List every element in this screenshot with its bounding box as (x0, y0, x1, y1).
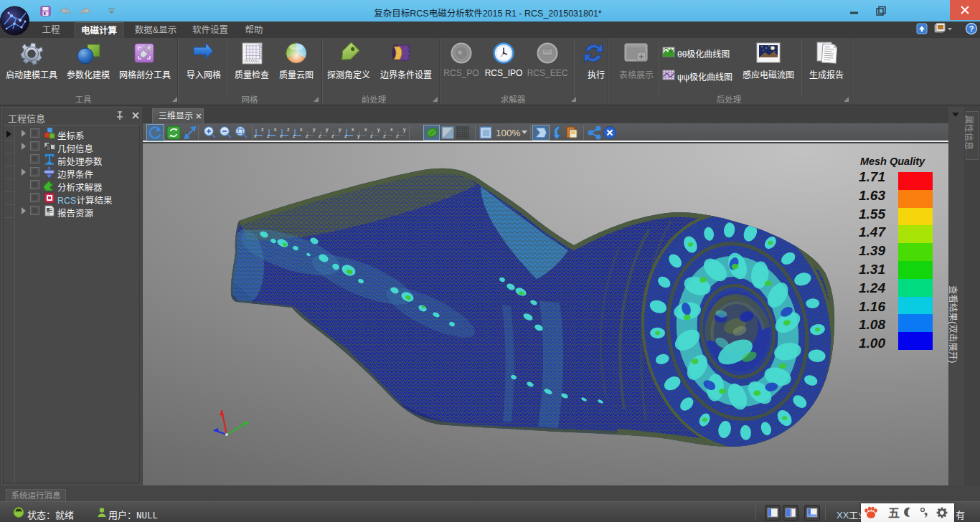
svg-text:z: z (261, 127, 264, 132)
svg-text:z: z (331, 133, 334, 138)
svg-text:x: x (390, 127, 393, 132)
svg-text:z: z (287, 127, 290, 132)
svg-text:五: 五 (888, 507, 900, 519)
svg-text:z: z (293, 133, 296, 138)
svg-text:y: y (339, 127, 341, 133)
svg-text:z: z (267, 133, 270, 138)
svg-text:x: x (274, 127, 277, 132)
svg-text:y: y (377, 127, 380, 133)
svg-text:x: x (352, 127, 354, 132)
svg-text:y: y (326, 127, 329, 133)
svg-text:100%: 100% (496, 128, 521, 138)
svg-text:x: x (300, 127, 303, 132)
svg-text:z: z (383, 133, 386, 138)
svg-text:z: z (344, 133, 347, 138)
svg-text:z: z (370, 133, 373, 138)
svg-text:z: z (306, 133, 308, 138)
svg-text:y: y (403, 127, 406, 133)
svg-text:y: y (313, 127, 316, 133)
svg-text:x: x (280, 133, 283, 138)
svg-text:?: ? (969, 24, 974, 33)
svg-text:y: y (357, 133, 360, 139)
svg-text:z: z (396, 133, 399, 138)
svg-text:z: z (319, 133, 321, 138)
svg-text:x: x (254, 133, 257, 138)
svg-text:x: x (364, 127, 367, 132)
